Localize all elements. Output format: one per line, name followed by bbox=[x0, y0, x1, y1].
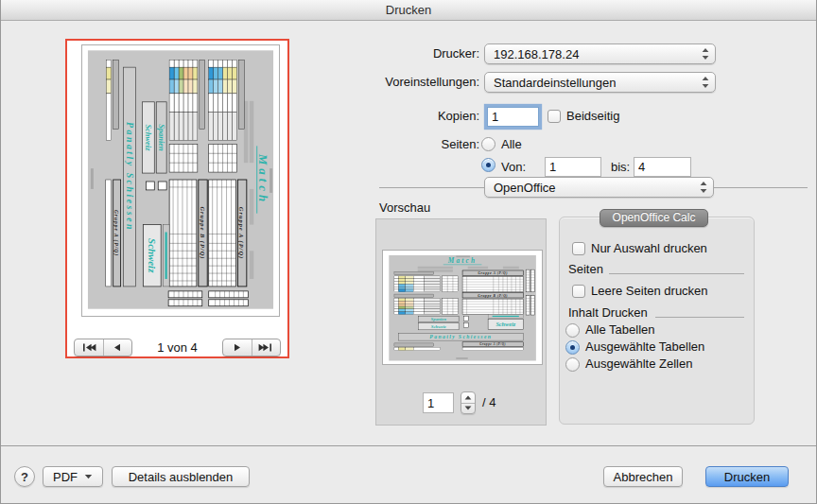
cancel-button[interactable]: Abbrechen bbox=[603, 466, 683, 487]
pdf-menu-button[interactable]: PDF bbox=[43, 466, 103, 487]
footer-divider bbox=[1, 445, 817, 446]
popup-arrows-icon bbox=[699, 46, 712, 61]
selected-cells-radio[interactable] bbox=[565, 357, 580, 372]
only-selection-label: Nur Auswahl drucken bbox=[591, 241, 707, 255]
printer-label: Drucker: bbox=[322, 43, 479, 64]
stepper-down-icon bbox=[464, 406, 472, 410]
stepper-down-button[interactable] bbox=[461, 403, 475, 414]
app-section-value: OpenOffice bbox=[494, 181, 697, 195]
page-thumbnail-portrait bbox=[81, 44, 280, 317]
all-tables-radio[interactable] bbox=[565, 323, 580, 338]
popup-arrows-icon bbox=[699, 75, 712, 90]
help-glyph: ? bbox=[21, 470, 28, 484]
next-page-icon bbox=[230, 343, 245, 352]
pages-from-label: Von: bbox=[501, 157, 526, 177]
blank-pages-label: Leere Seiten drucken bbox=[591, 284, 708, 298]
next-page-button[interactable] bbox=[223, 339, 252, 356]
last-page-icon bbox=[258, 343, 273, 352]
printer-value: 192.168.178.24 bbox=[494, 47, 699, 61]
hide-details-label: Details ausblenden bbox=[129, 470, 234, 484]
help-button[interactable]: ? bbox=[14, 466, 35, 487]
popup-arrows-icon bbox=[697, 180, 710, 195]
two-sided-checkbox[interactable] bbox=[548, 110, 561, 123]
pdf-label: PDF bbox=[53, 470, 78, 484]
print-dialog: Drucken 1 von 4 Drucker: 192.168.1 bbox=[0, 0, 817, 504]
stepper-up-button[interactable] bbox=[461, 392, 475, 403]
presets-popup[interactable]: Standardeinstellungen bbox=[484, 72, 716, 93]
page-thumbnail-landscape bbox=[382, 250, 543, 365]
vorschau-box: / 4 bbox=[375, 218, 547, 426]
copies-label: Kopien: bbox=[322, 106, 479, 127]
selected-tables-radio[interactable] bbox=[565, 340, 580, 355]
copies-input[interactable] bbox=[487, 107, 539, 127]
pages-label: Seiten: bbox=[322, 136, 479, 153]
print-label: Drucken bbox=[724, 470, 770, 484]
calc-panel-tab: OpenOffice Calc bbox=[600, 209, 708, 227]
vorschau-label: Vorschau bbox=[379, 200, 430, 215]
window-title: Drucken bbox=[386, 3, 431, 17]
presets-label: Voreinstellungen: bbox=[322, 72, 479, 93]
pages-all-label: Alle bbox=[501, 136, 522, 152]
pages-to-label: bis: bbox=[611, 157, 630, 177]
all-tables-label: Alle Tabellen bbox=[585, 322, 654, 338]
last-page-button[interactable] bbox=[252, 339, 281, 356]
print-button[interactable]: Drucken bbox=[705, 466, 789, 487]
presets-value: Standardeinstellungen bbox=[494, 76, 699, 90]
pdf-dropdown-icon bbox=[84, 474, 93, 479]
page-nav-forward-group bbox=[222, 339, 281, 356]
vorschau-page-total: / 4 bbox=[482, 393, 495, 412]
two-sided-label: Beidseitig bbox=[566, 106, 619, 127]
pages-all-radio[interactable] bbox=[481, 137, 495, 151]
content-section-divider bbox=[655, 317, 744, 318]
pages-from-radio[interactable] bbox=[481, 158, 495, 172]
selected-cells-label: Ausgewählte Zellen bbox=[585, 356, 692, 372]
hide-details-button[interactable]: Details ausblenden bbox=[112, 466, 250, 487]
only-selection-checkbox[interactable] bbox=[572, 242, 585, 255]
app-section-popup[interactable]: OpenOffice bbox=[484, 177, 714, 198]
pages-section-label: Seiten bbox=[568, 262, 603, 276]
stepper-up-icon bbox=[464, 395, 472, 400]
pages-to-input[interactable] bbox=[634, 157, 691, 177]
content-section-label: Inhalt Drucken bbox=[568, 305, 648, 320]
vorschau-page-input[interactable] bbox=[423, 392, 454, 413]
pages-section-divider bbox=[609, 273, 744, 274]
blank-pages-checkbox[interactable] bbox=[572, 285, 585, 298]
title-bar: Drucken bbox=[1, 0, 816, 21]
page-preview-pane[interactable]: 1 von 4 bbox=[65, 39, 289, 358]
calc-options-panel: OpenOffice Calc Nur Auswahl drucken Seit… bbox=[559, 217, 755, 425]
vorschau-page-stepper bbox=[461, 391, 476, 414]
cancel-label: Abbrechen bbox=[614, 470, 673, 484]
printer-popup[interactable]: 192.168.178.24 bbox=[484, 43, 716, 64]
pages-from-input[interactable] bbox=[545, 157, 601, 177]
selected-tables-label: Ausgewählte Tabellen bbox=[585, 339, 704, 355]
